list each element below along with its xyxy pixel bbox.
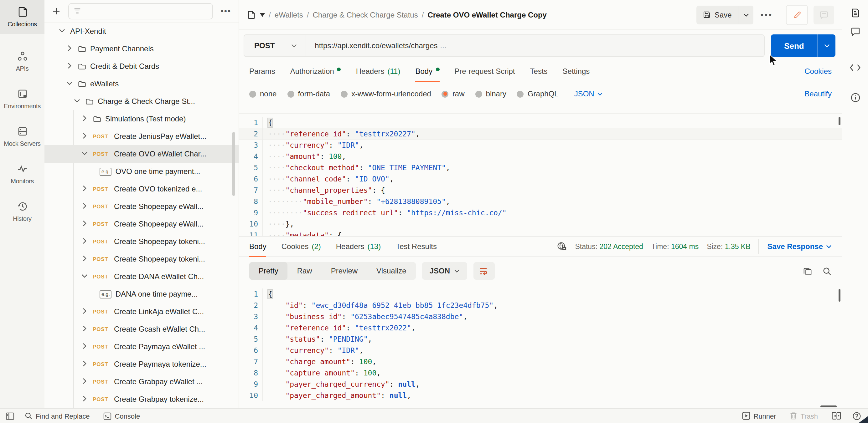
view-preview[interactable]: Preview <box>321 262 367 280</box>
method-selector[interactable]: POST <box>244 35 305 56</box>
sidebar-item[interactable]: POSTCreate OVO eWallet Char... <box>44 145 239 163</box>
chevron-right-icon[interactable] <box>82 378 89 386</box>
sidebar-item[interactable]: POSTCreate Paymaya eWallet ... <box>44 338 239 355</box>
sidebar-item[interactable]: POSTCreate LinkAja eWallet C... <box>44 303 239 320</box>
chevron-right-icon[interactable] <box>82 185 89 193</box>
chevron-right-icon[interactable] <box>82 360 89 368</box>
info-button[interactable] <box>850 93 860 103</box>
response-tab-cookies[interactable]: Cookies(2) <box>281 236 321 256</box>
sidebar-item[interactable]: POSTCreate JeniusPay eWallet... <box>44 128 239 145</box>
sidebar-item[interactable]: e.g.OVO one time payment... <box>44 163 239 180</box>
copy-icon[interactable] <box>803 266 812 275</box>
response-tab-body[interactable]: Body <box>249 236 267 256</box>
tab-pre-request-script[interactable]: Pre-request Script <box>454 61 515 81</box>
chevron-right-icon[interactable] <box>82 395 89 403</box>
edit-button[interactable] <box>786 5 808 25</box>
chevron-down-icon[interactable] <box>74 98 82 105</box>
view-raw[interactable]: Raw <box>288 262 321 280</box>
sidebar-item[interactable]: POSTCreate DANA eWallet Ch... <box>44 268 239 285</box>
sidebar-item[interactable]: POSTCreate Gcash eWallet Ch... <box>44 320 239 338</box>
send-options-button[interactable] <box>817 34 835 57</box>
chevron-right-icon[interactable] <box>82 238 89 245</box>
chevron-right-icon[interactable] <box>66 63 74 70</box>
chevron-right-icon[interactable] <box>82 343 89 350</box>
rail-item-history[interactable]: History <box>0 193 44 230</box>
chevron-right-icon[interactable] <box>66 45 74 53</box>
view-visualize[interactable]: Visualize <box>367 262 416 280</box>
sidebar-toggle-button[interactable] <box>6 412 14 420</box>
body-mode-binary[interactable]: binary <box>475 90 506 98</box>
tab-headers[interactable]: Headers(11) <box>356 61 401 81</box>
new-button[interactable] <box>50 4 63 18</box>
breadcrumb-item[interactable]: Charge & Check Charge Status <box>313 10 418 19</box>
rail-item-environments[interactable]: Environments <box>0 80 44 118</box>
tab-body[interactable]: Body <box>415 61 439 81</box>
sidebar-item[interactable]: POSTCreate Grabpay tokenize... <box>44 390 239 408</box>
code-snippet-button[interactable] <box>850 64 861 71</box>
body-mode-GraphQL[interactable]: GraphQL <box>517 90 559 98</box>
tab-authorization[interactable]: Authorization <box>290 61 341 81</box>
response-tab-test-results[interactable]: Test Results <box>396 236 437 256</box>
tab-params[interactable]: Params <box>249 61 275 81</box>
comments-button[interactable] <box>850 27 860 36</box>
sidebar-item[interactable]: POSTCreate OVO tokenized e... <box>44 180 239 198</box>
sidebar-more-button[interactable]: ••• <box>218 6 234 15</box>
response-language-dropdown[interactable]: JSON <box>422 262 467 280</box>
save-options-button[interactable] <box>738 5 754 24</box>
breadcrumb-item[interactable]: Create OVO eWallet Charge Copy <box>427 10 547 19</box>
rail-item-monitors[interactable]: Monitors <box>0 155 44 193</box>
sidebar-item[interactable]: Payment Channels <box>44 40 239 58</box>
chevron-down-icon[interactable] <box>82 150 89 158</box>
request-body-editor[interactable]: 1{2····"reference_id": "testtrx20227",3·… <box>239 113 842 236</box>
wrap-text-button[interactable] <box>473 262 494 280</box>
sidebar-item[interactable]: POSTCreate Grabpay eWallet ... <box>44 373 239 390</box>
console-button[interactable]: Console <box>103 412 140 420</box>
chevron-right-icon[interactable] <box>82 325 89 333</box>
tab-tests[interactable]: Tests <box>530 61 548 81</box>
chevron-right-icon[interactable] <box>82 255 89 263</box>
body-mode-x-www-form-urlencoded[interactable]: x-www-form-urlencoded <box>341 90 431 98</box>
sidebar-item[interactable]: POSTCreate Shopeepay eWall... <box>44 215 239 233</box>
response-tab-headers[interactable]: Headers(13) <box>336 236 381 256</box>
response-body-editor[interactable]: 1{2 "id": "ewc_d30df48a-6952-41eb-bb85-1… <box>239 285 842 409</box>
response-editor-hscrollbar[interactable] <box>820 405 837 408</box>
body-mode-raw[interactable]: raw <box>442 90 465 98</box>
save-button[interactable]: Save <box>696 10 738 19</box>
find-and-replace-button[interactable]: Find and Replace <box>24 412 90 420</box>
tab-settings[interactable]: Settings <box>563 61 590 81</box>
comment-button[interactable] <box>813 5 834 24</box>
chevron-right-icon[interactable] <box>82 115 89 123</box>
rail-item-mock-servers[interactable]: Mock Servers <box>0 118 44 155</box>
sidebar-item[interactable]: API-Xendit <box>44 23 239 40</box>
chevron-down-icon[interactable] <box>82 273 89 280</box>
sidebar-item[interactable]: Charge & Check Charge St... <box>44 93 239 110</box>
save-response-button[interactable]: Save Response <box>768 242 832 251</box>
sidebar-item[interactable]: POSTCreate Shopeepay tokeni... <box>44 250 239 268</box>
cookies-link[interactable]: Cookies <box>804 67 832 75</box>
response-editor-scrollbar[interactable] <box>839 289 840 302</box>
sidebar-item[interactable]: e.g.DANA one time payme... <box>44 285 239 303</box>
chevron-down-icon[interactable] <box>59 28 66 35</box>
sidebar-item[interactable]: POSTCreate Shopeepay eWall... <box>44 198 239 215</box>
request-more-button[interactable]: ••• <box>760 10 774 20</box>
view-pretty[interactable]: Pretty <box>249 262 288 280</box>
request-editor-scrollbar[interactable] <box>839 117 840 125</box>
chevron-right-icon[interactable] <box>82 308 89 315</box>
breadcrumb-item[interactable]: eWallets <box>275 10 303 19</box>
url-input[interactable]: https://api.xendit.co/ewallets/charges .… <box>305 35 764 56</box>
trash-button[interactable]: Trash <box>790 412 818 420</box>
runner-button[interactable]: Runner <box>742 412 776 420</box>
documentation-button[interactable] <box>850 7 860 18</box>
body-mode-none[interactable]: none <box>249 90 277 98</box>
rail-item-apis[interactable]: APIs <box>0 42 44 80</box>
sidebar-item[interactable]: POSTCreate Paymaya tokenize... <box>44 355 239 373</box>
chevron-down-icon[interactable] <box>66 80 74 88</box>
sidebar-item[interactable]: POSTCreate Shopeepay tokeni... <box>44 233 239 250</box>
sidebar-item[interactable]: Credit & Debit Cards <box>44 58 239 75</box>
search-icon[interactable] <box>822 266 832 275</box>
beautify-link[interactable]: Beautify <box>804 90 832 98</box>
rail-item-collections[interactable]: Collections <box>0 0 44 34</box>
sidebar-scrollbar[interactable] <box>232 132 235 196</box>
split-panes-button[interactable] <box>832 412 841 420</box>
chevron-right-icon[interactable] <box>82 203 89 210</box>
